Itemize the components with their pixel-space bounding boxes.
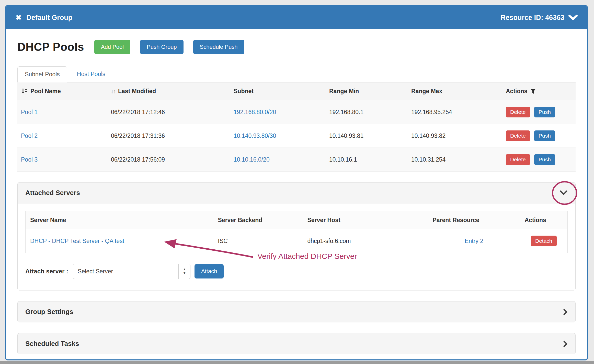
col-actions: Actions: [506, 88, 527, 95]
page-bottom-edge: [0, 361, 594, 364]
chevron-down-icon[interactable]: [559, 190, 568, 196]
select-arrows-icon: ▲ ▼: [178, 264, 190, 279]
filter-icon[interactable]: [530, 88, 536, 94]
tab-subnet-pools[interactable]: Subnet Pools: [17, 66, 67, 82]
pool-modified: 06/22/2018 17:56:09: [107, 148, 230, 172]
detach-button[interactable]: Detach: [531, 236, 557, 246]
select-value: Select Server: [78, 268, 113, 275]
pool-table-header-row: Pool Name ↓↑ Last Modified Subnet Range …: [17, 82, 576, 100]
attach-server-select[interactable]: Select Server ▲ ▼: [73, 264, 190, 279]
chevron-right-icon[interactable]: [563, 308, 568, 316]
pool-range-min: 192.168.80.1: [326, 100, 408, 124]
push-button[interactable]: Push: [534, 107, 555, 117]
push-button[interactable]: Push: [534, 130, 555, 141]
pool-range-max: 192.168.95.254: [408, 100, 502, 124]
chevron-down-icon[interactable]: [568, 15, 578, 21]
push-group-button[interactable]: Push Group: [140, 40, 183, 54]
scheduled-tasks-panel: Scheduled Tasks: [17, 333, 576, 354]
table-row: Pool 1 06/22/2018 17:12:46 192.168.80.0/…: [17, 100, 576, 124]
pool-range-max: 10.10.31.254: [408, 148, 502, 172]
sort-numeric-icon[interactable]: [21, 88, 28, 95]
card-content: DHCP Pools Add Pool Push Group Schedule …: [6, 29, 587, 354]
parent-resource-link[interactable]: Entry 2: [465, 238, 483, 244]
server-name-link[interactable]: DHCP - DHCP Test Server - QA test: [30, 238, 124, 244]
pool-link[interactable]: Pool 2: [21, 132, 38, 139]
table-row: Pool 3 06/22/2018 17:56:09 10.10.16.0/20…: [17, 148, 576, 172]
col-server-backend: Server Backend: [213, 211, 303, 229]
server-table-header-row: Server Name Server Backend Server Host P…: [26, 211, 568, 229]
col-range-min: Range Min: [329, 88, 359, 94]
resource-id-dropdown[interactable]: Resource ID: 46363: [501, 14, 578, 22]
delete-button[interactable]: Delete: [506, 130, 530, 141]
group-settings-header[interactable]: Group Settings: [18, 301, 575, 322]
col-server-name: Server Name: [26, 211, 213, 229]
chevron-right-icon[interactable]: [563, 340, 568, 347]
pool-modified: 06/22/2018 17:12:46: [107, 100, 230, 124]
attached-servers-title: Attached Servers: [25, 189, 80, 197]
pool-tabs: Subnet Pools Host Pools: [17, 66, 576, 82]
col-server-actions: Actions: [520, 211, 568, 229]
col-pool-name: Pool Name: [30, 88, 61, 95]
add-pool-button[interactable]: Add Pool: [94, 40, 130, 54]
default-group-card: ✖ Default Group Resource ID: 46363 DHCP …: [5, 5, 588, 360]
subnet-link[interactable]: 10.10.16.0/20: [234, 156, 270, 163]
pool-link[interactable]: Pool 3: [21, 156, 38, 163]
scheduled-tasks-header[interactable]: Scheduled Tasks: [18, 333, 575, 354]
attach-button[interactable]: Attach: [195, 264, 224, 278]
col-parent-resource: Parent Resource: [428, 211, 520, 229]
pool-link[interactable]: Pool 1: [21, 109, 38, 115]
delete-button[interactable]: Delete: [506, 154, 530, 165]
subnet-link[interactable]: 192.168.80.0/20: [234, 109, 276, 115]
tab-host-pools[interactable]: Host Pools: [70, 66, 112, 82]
resource-id-label: Resource ID: 46363: [501, 14, 564, 22]
subnet-link[interactable]: 10.140.93.80/30: [234, 132, 276, 139]
subnet-pools-table: Pool Name ↓↑ Last Modified Subnet Range …: [17, 82, 576, 172]
attached-servers-body: Server Name Server Backend Server Host P…: [18, 203, 575, 290]
pool-range-min: 10.10.16.1: [326, 148, 408, 172]
attached-servers-panel: Attached Servers Server Name Server Back…: [17, 182, 576, 290]
close-icon[interactable]: ✖: [15, 14, 22, 21]
group-title: Default Group: [26, 14, 72, 22]
pool-range-min: 10.140.93.81: [326, 124, 408, 148]
server-backend: ISC: [213, 229, 303, 253]
delete-button[interactable]: Delete: [506, 107, 530, 117]
pool-range-max: 10.140.93.82: [408, 124, 502, 148]
table-row: DHCP - DHCP Test Server - QA test ISC dh…: [26, 229, 568, 253]
attach-server-row: Attach server : Select Server ▲ ▼ Attach: [25, 264, 568, 279]
server-host: dhcp1-sfo.6.com: [303, 229, 428, 253]
col-server-host: Server Host: [303, 211, 428, 229]
title-row: DHCP Pools Add Pool Push Group Schedule …: [17, 40, 576, 54]
attached-servers-header[interactable]: Attached Servers: [18, 183, 575, 203]
col-range-max: Range Max: [411, 88, 442, 94]
group-settings-title: Group Settings: [25, 308, 73, 316]
card-header: ✖ Default Group Resource ID: 46363: [6, 6, 587, 29]
pool-modified: 06/22/2018 17:31:36: [107, 124, 230, 148]
attached-servers-table: Server Name Server Backend Server Host P…: [25, 211, 568, 253]
sort-both-icon[interactable]: ↓↑: [111, 88, 116, 95]
push-button[interactable]: Push: [534, 154, 555, 165]
page-title: DHCP Pools: [17, 41, 84, 53]
attach-server-label: Attach server :: [25, 268, 68, 275]
col-last-modified: Last Modified: [118, 88, 156, 95]
col-subnet: Subnet: [234, 88, 254, 94]
table-row: Pool 2 06/22/2018 17:31:36 10.140.93.80/…: [17, 124, 576, 148]
schedule-push-button[interactable]: Schedule Push: [193, 40, 244, 54]
scheduled-tasks-title: Scheduled Tasks: [25, 340, 79, 348]
group-settings-panel: Group Settings: [17, 301, 576, 322]
